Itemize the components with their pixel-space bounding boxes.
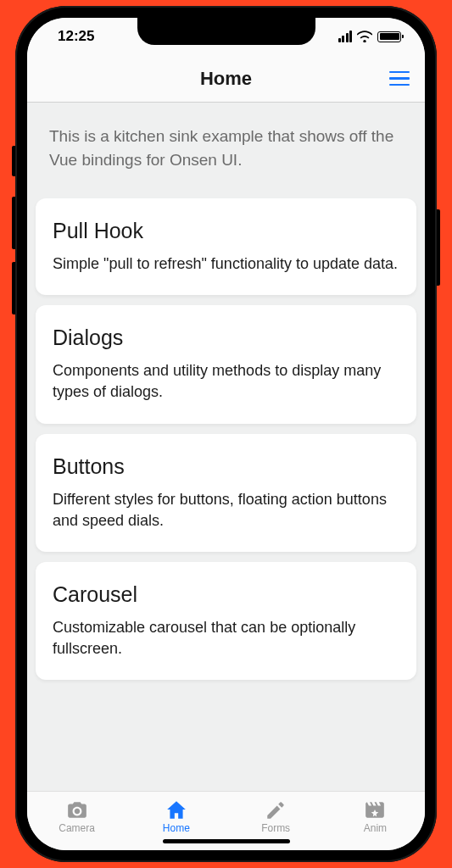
card-title: Pull Hook (53, 219, 399, 243)
battery-icon (377, 31, 401, 42)
tab-forms[interactable]: Forms (226, 795, 326, 838)
card-description: Different styles for buttons, floating a… (53, 489, 399, 531)
tab-label: Home (163, 822, 190, 834)
tab-label: Camera (59, 822, 95, 834)
clapperboard-icon (364, 799, 386, 821)
tab-home[interactable]: Home (126, 795, 226, 838)
card-carousel[interactable]: Carousel Customizable carousel that can … (36, 562, 416, 680)
volume-down-button (12, 262, 15, 314)
power-button (437, 209, 440, 286)
toolbar: Home (27, 55, 425, 103)
card-title: Buttons (53, 454, 399, 479)
tab-anim[interactable]: Anim (326, 795, 425, 838)
hamburger-icon (389, 71, 410, 86)
cellular-signal-icon (338, 31, 353, 42)
status-time: 12:25 (58, 28, 94, 45)
tab-label: Anim (364, 822, 387, 834)
tab-label: Forms (261, 822, 290, 834)
card-description: Customizable carousel that can be option… (53, 617, 399, 659)
card-description: Simple "pull to refresh" functionality t… (53, 253, 399, 275)
home-icon (165, 799, 187, 821)
content-area[interactable]: This is a kitchen sink example that show… (27, 103, 425, 791)
tab-camera[interactable]: Camera (27, 795, 126, 838)
mute-switch (12, 146, 15, 176)
status-icons (338, 31, 402, 42)
card-dialogs[interactable]: Dialogs Components and utility methods t… (36, 305, 416, 423)
screen: 12:25 Home This is a k (27, 18, 425, 850)
card-description: Components and utility methods to displa… (53, 360, 399, 403)
card-title: Carousel (53, 582, 399, 607)
pencil-icon (265, 799, 287, 821)
camera-icon (66, 799, 88, 821)
card-list: Pull Hook Simple "pull to refresh" funct… (27, 198, 425, 680)
card-pull-hook[interactable]: Pull Hook Simple "pull to refresh" funct… (36, 198, 416, 295)
card-title: Dialogs (53, 326, 399, 350)
intro-text: This is a kitchen sink example that show… (27, 103, 425, 198)
volume-up-button (12, 197, 15, 249)
wifi-icon (357, 31, 372, 42)
device-notch (137, 18, 315, 45)
card-buttons[interactable]: Buttons Different styles for buttons, fl… (36, 434, 416, 552)
phone-frame: 12:25 Home This is a k (15, 6, 437, 862)
page-title: Home (200, 68, 252, 90)
menu-button[interactable] (386, 65, 413, 92)
home-indicator[interactable] (163, 839, 290, 843)
